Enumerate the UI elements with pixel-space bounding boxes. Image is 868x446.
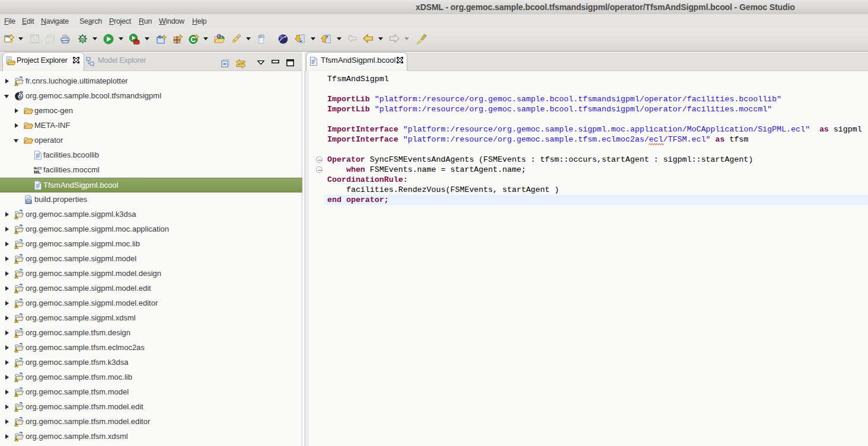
svg-text:ML: ML (34, 169, 41, 175)
svg-text:010: 010 (26, 200, 31, 204)
